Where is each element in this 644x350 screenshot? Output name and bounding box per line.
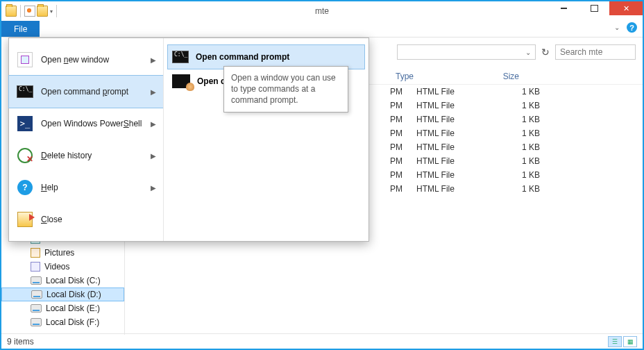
separator xyxy=(20,5,21,17)
nav-drive-c[interactable]: Local Disk (C:) xyxy=(1,274,124,288)
cell-type: HTML File xyxy=(416,101,498,110)
ribbon-expand-icon[interactable]: ⌄ xyxy=(614,24,620,31)
address-bar[interactable]: ⌄ xyxy=(397,44,536,60)
minimize-button[interactable] xyxy=(548,1,579,15)
submenu-label: Open command prompt xyxy=(196,52,289,62)
window-icon xyxy=(17,52,33,67)
menu-help[interactable]: ? Help ▶ xyxy=(9,172,163,203)
cell-type: HTML File xyxy=(416,184,498,194)
address-toolbar: ⌄ ↻ xyxy=(397,44,636,60)
qat-properties-icon[interactable] xyxy=(24,6,35,17)
status-bar: 9 items ☰ ▦ xyxy=(1,333,643,349)
cmd-icon: C:\_ xyxy=(17,85,33,98)
menu-open-powershell[interactable]: >_ Open Windows PowerShell ▶ xyxy=(9,108,163,140)
help-icon[interactable]: ? xyxy=(627,22,637,33)
submenu-arrow-icon: ▶ xyxy=(151,120,156,128)
cell-size: 1 KB xyxy=(498,142,561,152)
search-input[interactable] xyxy=(560,47,616,57)
window-title: mte xyxy=(315,6,329,16)
close-window-button[interactable] xyxy=(609,1,643,15)
cell-type: HTML File xyxy=(416,128,498,138)
pictures-icon xyxy=(31,248,40,258)
cell-type: HTML File xyxy=(416,170,498,180)
maximize-button[interactable] xyxy=(579,1,609,15)
titlebar: ▾ mte xyxy=(1,1,643,21)
ribbon-bar: File ⌄ ? xyxy=(1,21,643,38)
nav-drive-d[interactable]: Local Disk (D:) xyxy=(1,288,124,301)
cell-time: PM xyxy=(382,170,416,180)
cell-time: PM xyxy=(382,184,416,194)
cell-size: 1 KB xyxy=(498,101,561,110)
file-menu: Open new window ▶ C:\_ Open command prom… xyxy=(8,38,369,242)
view-icons-button[interactable]: ▦ xyxy=(623,336,637,347)
close-folder-icon xyxy=(17,212,33,227)
submenu-arrow-icon: ▶ xyxy=(151,184,156,192)
cell-type: HTML File xyxy=(416,156,498,166)
cell-size: 1 KB xyxy=(498,156,561,166)
refresh-icon[interactable]: ↻ xyxy=(541,47,550,58)
view-details-button[interactable]: ☰ xyxy=(608,336,622,347)
cell-time: PM xyxy=(382,142,416,152)
powershell-icon: >_ xyxy=(17,116,33,131)
tooltip: Open a window you can use to type comman… xyxy=(223,66,348,112)
cell-time: PM xyxy=(382,87,416,97)
col-size[interactable]: Size xyxy=(477,72,540,81)
cell-size: 1 KB xyxy=(498,87,561,97)
history-icon xyxy=(17,148,33,163)
nav-drive-f[interactable]: Local Disk (F:) xyxy=(1,315,124,329)
menu-close[interactable]: Close xyxy=(9,203,163,235)
file-tab[interactable]: File xyxy=(1,21,40,37)
drive-icon xyxy=(31,276,42,285)
separator xyxy=(56,5,57,17)
cell-type: HTML File xyxy=(416,115,498,124)
cell-time: PM xyxy=(382,115,416,124)
menu-open-new-window[interactable]: Open new window ▶ xyxy=(9,44,163,76)
qat-newfolder-icon[interactable] xyxy=(37,6,48,17)
cell-size: 1 KB xyxy=(498,184,561,194)
drive-icon xyxy=(31,290,42,299)
cell-type: HTML File xyxy=(416,142,498,152)
app-folder-icon[interactable] xyxy=(6,6,17,17)
drive-icon xyxy=(31,304,42,312)
menu-delete-history[interactable]: Delete history ▶ xyxy=(9,140,163,172)
cmd-admin-icon xyxy=(172,74,190,88)
cell-size: 1 KB xyxy=(498,170,561,180)
search-box[interactable] xyxy=(555,44,636,60)
cell-size: 1 KB xyxy=(498,128,561,138)
cell-time: PM xyxy=(382,128,416,138)
cmd-icon: C:\_ xyxy=(172,51,189,63)
cell-time: PM xyxy=(382,101,416,110)
submenu-arrow-icon: ▶ xyxy=(151,88,156,96)
submenu-arrow-icon: ▶ xyxy=(151,56,156,64)
submenu-arrow-icon: ▶ xyxy=(151,152,156,160)
nav-pictures[interactable]: Pictures xyxy=(1,246,124,260)
nav-drive-e[interactable]: Local Disk (E:) xyxy=(1,301,124,315)
cell-size: 1 KB xyxy=(498,115,561,124)
qat-dropdown-icon[interactable]: ▾ xyxy=(50,8,53,15)
nav-videos[interactable]: Videos xyxy=(1,260,124,274)
cell-time: PM xyxy=(382,156,416,166)
drive-icon xyxy=(31,318,42,326)
col-type[interactable]: Type xyxy=(396,72,477,81)
cell-type: HTML File xyxy=(416,87,498,97)
status-item-count: 9 items xyxy=(7,337,34,347)
help-icon: ? xyxy=(17,180,33,195)
submenu-open-command-prompt[interactable]: C:\_ Open command prompt xyxy=(168,45,364,69)
videos-icon xyxy=(31,262,40,272)
menu-open-command-prompt[interactable]: C:\_ Open command prompt ▶ xyxy=(9,76,163,108)
